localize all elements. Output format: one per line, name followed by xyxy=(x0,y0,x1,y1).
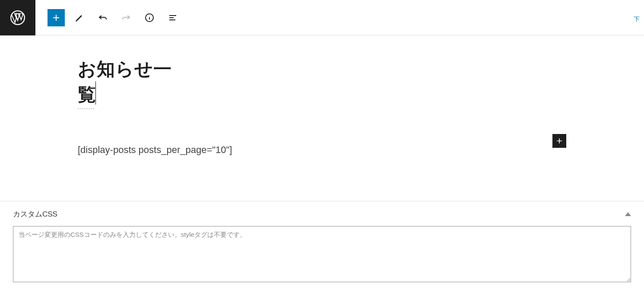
editor-canvas: お知らせ一覧 [display-posts posts_per_page="10… xyxy=(0,35,644,156)
post-title-wrapper: お知らせ一覧 xyxy=(78,57,566,109)
text-cursor xyxy=(95,81,96,105)
toolbar-buttons xyxy=(35,9,181,26)
info-button[interactable] xyxy=(141,9,158,26)
collapse-arrow-icon xyxy=(625,212,631,216)
info-icon xyxy=(144,13,155,23)
add-block-button[interactable] xyxy=(48,9,65,26)
list-view-button[interactable] xyxy=(164,9,181,26)
pencil-icon xyxy=(74,13,85,23)
wordpress-icon xyxy=(10,10,26,26)
custom-css-textarea[interactable] xyxy=(13,226,631,282)
title-underline xyxy=(78,108,94,109)
plus-icon xyxy=(555,137,564,145)
custom-css-label: カスタムCSS xyxy=(13,209,57,219)
list-view-icon xyxy=(168,13,178,23)
post-title[interactable]: お知らせ一覧 xyxy=(78,57,190,107)
editor-toolbar: 下 xyxy=(0,0,644,35)
edit-mode-button[interactable] xyxy=(71,9,88,26)
add-block-inline-button[interactable] xyxy=(552,134,566,148)
undo-icon xyxy=(98,13,108,23)
top-right-link[interactable]: 下 xyxy=(634,16,640,23)
plus-icon xyxy=(51,13,61,23)
custom-css-header[interactable]: カスタムCSS xyxy=(13,209,631,219)
custom-css-panel: カスタムCSS xyxy=(0,201,644,293)
redo-icon xyxy=(121,13,131,23)
undo-button[interactable] xyxy=(94,9,111,26)
redo-button[interactable] xyxy=(117,9,135,26)
post-body-block[interactable]: [display-posts posts_per_page="10"] xyxy=(78,144,566,156)
wordpress-logo-button[interactable] xyxy=(0,0,35,35)
post-title-text: お知らせ一覧 xyxy=(78,59,172,105)
